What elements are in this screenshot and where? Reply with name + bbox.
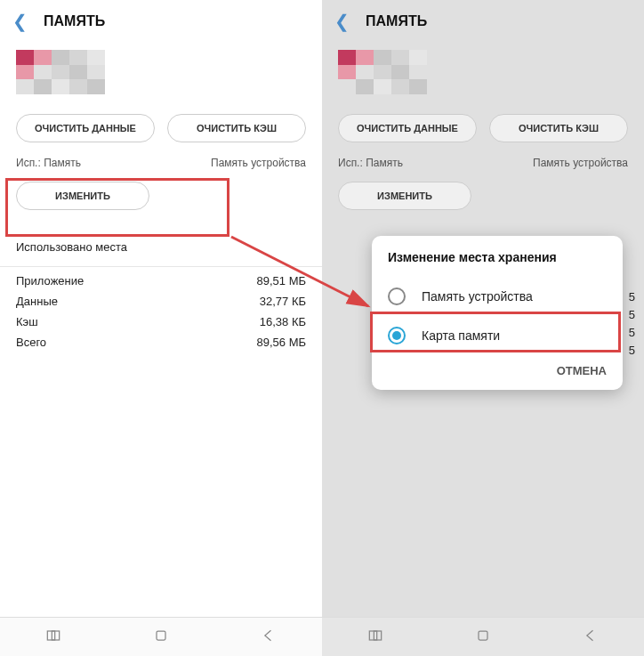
header: ❮ ПАМЯТЬ bbox=[322, 0, 644, 43]
clear-data-button[interactable]: ОЧИСТИТЬ ДАННЫЕ bbox=[16, 114, 155, 142]
storage-label: Память устройства bbox=[211, 157, 306, 169]
storage-dialog: Изменение места хранения Память устройст… bbox=[372, 236, 623, 390]
page-title: ПАМЯТЬ bbox=[44, 13, 105, 29]
navbar bbox=[0, 617, 322, 656]
clear-data-button[interactable]: ОЧИСТИТЬ ДАННЫЕ bbox=[338, 114, 477, 142]
change-button[interactable]: ИЗМЕНИТЬ bbox=[338, 182, 471, 210]
svg-rect-4 bbox=[374, 631, 382, 640]
home-icon[interactable] bbox=[152, 627, 170, 648]
dialog-option-device[interactable]: Память устройства bbox=[372, 277, 623, 316]
page-title: ПАМЯТЬ bbox=[366, 13, 427, 29]
dialog-title: Изменение места хранения bbox=[372, 236, 623, 277]
change-button[interactable]: ИЗМЕНИТЬ bbox=[16, 182, 149, 210]
used-label: Исп.: Память bbox=[338, 157, 403, 169]
usage-row: Приложение89,51 МБ bbox=[16, 271, 306, 291]
back-nav-icon[interactable] bbox=[582, 627, 600, 648]
partial-value: 5 bbox=[629, 308, 635, 321]
usage-row: Кэш16,38 КБ bbox=[16, 312, 306, 332]
cancel-button[interactable]: ОТМЕНА bbox=[372, 355, 623, 385]
back-nav-icon[interactable] bbox=[260, 627, 278, 648]
section-used-space: Использовано места bbox=[0, 215, 322, 267]
partial-value: 5 bbox=[629, 344, 635, 357]
clear-cache-button[interactable]: ОЧИСТИТЬ КЭШ bbox=[489, 114, 628, 142]
used-label: Исп.: Память bbox=[16, 157, 81, 169]
back-icon[interactable]: ❮ bbox=[12, 11, 28, 32]
recents-icon[interactable] bbox=[44, 627, 62, 648]
screen-left: ❮ ПАМЯТЬ ОЧИСТИТЬ ДАННЫЕ ОЧИСТИТЬ КЭШ Ис… bbox=[0, 0, 322, 656]
storage-label: Память устройства bbox=[533, 157, 628, 169]
app-icon bbox=[16, 50, 105, 94]
home-icon[interactable] bbox=[474, 627, 492, 648]
svg-rect-0 bbox=[48, 631, 55, 640]
meta-row: Исп.: Память Память устройства bbox=[0, 153, 322, 178]
header: ❮ ПАМЯТЬ bbox=[0, 0, 322, 43]
svg-rect-1 bbox=[52, 631, 60, 640]
meta-row: Исп.: Память Память устройства bbox=[322, 153, 644, 178]
usage-row: Всего89,56 МБ bbox=[16, 332, 306, 352]
option-label: Карта памяти bbox=[422, 328, 500, 343]
svg-rect-2 bbox=[157, 631, 165, 640]
usage-list: Приложение89,51 МБ Данные32,77 КБ Кэш16,… bbox=[0, 267, 322, 356]
partial-value: 5 bbox=[629, 290, 635, 304]
radio-selected-icon bbox=[388, 327, 406, 344]
navbar bbox=[322, 617, 644, 656]
svg-rect-3 bbox=[370, 631, 377, 640]
back-icon[interactable]: ❮ bbox=[334, 11, 350, 32]
app-icon bbox=[338, 50, 427, 94]
radio-icon bbox=[388, 288, 406, 305]
usage-row: Данные32,77 КБ bbox=[16, 291, 306, 312]
button-row: ОЧИСТИТЬ ДАННЫЕ ОЧИСТИТЬ КЭШ bbox=[322, 100, 644, 153]
dialog-option-sdcard[interactable]: Карта памяти bbox=[372, 316, 623, 355]
svg-rect-5 bbox=[479, 631, 487, 640]
partial-value: 5 bbox=[629, 326, 635, 339]
option-label: Память устройства bbox=[422, 289, 533, 304]
button-row: ОЧИСТИТЬ ДАННЫЕ ОЧИСТИТЬ КЭШ bbox=[0, 100, 322, 153]
clear-cache-button[interactable]: ОЧИСТИТЬ КЭШ bbox=[167, 114, 306, 142]
recents-icon[interactable] bbox=[366, 627, 384, 648]
